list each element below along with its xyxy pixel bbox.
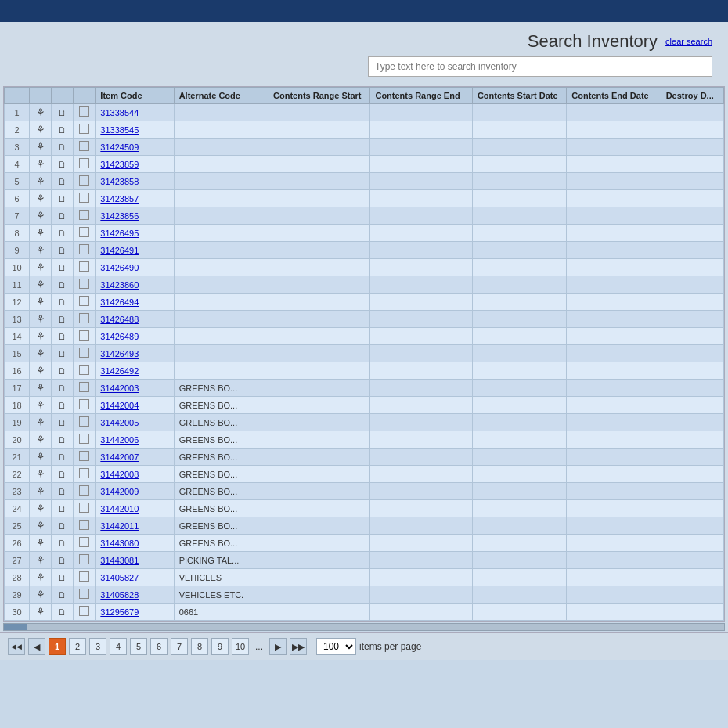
- item-code-cell[interactable]: 31423856: [96, 207, 174, 225]
- trident-icon[interactable]: ⚘: [30, 173, 52, 190]
- trident-icon[interactable]: ⚘: [30, 552, 52, 569]
- item-code-cell[interactable]: 31426488: [96, 311, 174, 328]
- document-icon[interactable]: 🗋: [52, 466, 74, 483]
- checkbox-icon[interactable]: [74, 156, 96, 173]
- item-code-link[interactable]: 31442007: [100, 452, 139, 462]
- trident-icon[interactable]: ⚘: [30, 569, 52, 586]
- item-code-link[interactable]: 31423860: [100, 280, 139, 290]
- checkbox-icon[interactable]: [74, 345, 96, 362]
- checkbox-icon[interactable]: [74, 517, 96, 535]
- item-code-link[interactable]: 31443080: [100, 539, 139, 548]
- trident-icon[interactable]: ⚘: [30, 345, 52, 362]
- checkbox-icon[interactable]: [74, 207, 96, 225]
- trident-icon[interactable]: ⚘: [30, 259, 52, 276]
- page-2-button[interactable]: 2: [69, 638, 86, 655]
- item-code-cell[interactable]: 31442006: [96, 431, 174, 449]
- document-icon[interactable]: 🗋: [52, 121, 74, 139]
- document-icon[interactable]: 🗋: [52, 207, 74, 225]
- document-icon[interactable]: 🗋: [52, 259, 74, 276]
- item-code-cell[interactable]: 31426495: [96, 225, 174, 242]
- checkbox-icon[interactable]: [74, 362, 96, 380]
- prev-page-button[interactable]: ◀: [28, 638, 45, 655]
- item-code-cell[interactable]: 31442008: [96, 466, 174, 483]
- item-code-cell[interactable]: 31295679: [96, 604, 174, 621]
- trident-icon[interactable]: ⚘: [30, 604, 52, 621]
- trident-icon[interactable]: ⚘: [30, 517, 52, 535]
- item-code-link[interactable]: 31423857: [100, 194, 139, 204]
- item-code-link[interactable]: 31442009: [100, 487, 139, 496]
- trident-icon[interactable]: ⚘: [30, 431, 52, 449]
- document-icon[interactable]: 🗋: [52, 190, 74, 207]
- checkbox-icon[interactable]: [74, 380, 96, 397]
- document-icon[interactable]: 🗋: [52, 604, 74, 621]
- document-icon[interactable]: 🗋: [52, 517, 74, 535]
- trident-icon[interactable]: ⚘: [30, 466, 52, 483]
- trident-icon[interactable]: ⚘: [30, 121, 52, 139]
- checkbox-icon[interactable]: [74, 139, 96, 156]
- checkbox-icon[interactable]: [74, 586, 96, 604]
- item-code-cell[interactable]: 31442004: [96, 397, 174, 414]
- item-code-link[interactable]: 31426490: [100, 263, 139, 272]
- item-code-cell[interactable]: 31426490: [96, 259, 174, 276]
- checkbox-icon[interactable]: [74, 242, 96, 259]
- item-code-link[interactable]: 31426492: [100, 366, 139, 376]
- trident-icon[interactable]: ⚘: [30, 328, 52, 345]
- checkbox-icon[interactable]: [74, 552, 96, 569]
- document-icon[interactable]: 🗋: [52, 414, 74, 431]
- item-code-cell[interactable]: 31442003: [96, 380, 174, 397]
- item-code-link[interactable]: 31426494: [100, 297, 139, 307]
- checkbox-icon[interactable]: [74, 449, 96, 466]
- document-icon[interactable]: 🗋: [52, 362, 74, 380]
- item-code-cell[interactable]: 31443080: [96, 535, 174, 552]
- item-code-link[interactable]: 31442005: [100, 418, 139, 427]
- trident-icon[interactable]: ⚘: [30, 104, 52, 121]
- checkbox-icon[interactable]: [74, 414, 96, 431]
- item-code-link[interactable]: 31405827: [100, 573, 139, 582]
- page-10-button[interactable]: 10: [232, 638, 249, 655]
- checkbox-icon[interactable]: [74, 190, 96, 207]
- trident-icon[interactable]: ⚘: [30, 397, 52, 414]
- item-code-cell[interactable]: 31426491: [96, 242, 174, 259]
- checkbox-icon[interactable]: [74, 276, 96, 294]
- trident-icon[interactable]: ⚘: [30, 311, 52, 328]
- horizontal-scrollbar[interactable]: [3, 622, 725, 632]
- item-code-cell[interactable]: 31423857: [96, 190, 174, 207]
- item-code-link[interactable]: 31426491: [100, 246, 139, 255]
- trident-icon[interactable]: ⚘: [30, 139, 52, 156]
- item-code-cell[interactable]: 31423859: [96, 156, 174, 173]
- checkbox-icon[interactable]: [74, 431, 96, 449]
- item-code-link[interactable]: 31442006: [100, 435, 139, 445]
- page-9-button[interactable]: 9: [211, 638, 229, 655]
- item-code-cell[interactable]: 31338544: [96, 104, 174, 121]
- item-code-cell[interactable]: 31338545: [96, 121, 174, 139]
- document-icon[interactable]: 🗋: [52, 311, 74, 328]
- item-code-cell[interactable]: 31442010: [96, 500, 174, 517]
- checkbox-icon[interactable]: [74, 569, 96, 586]
- clear-search-link[interactable]: clear search: [665, 37, 712, 46]
- trident-icon[interactable]: ⚘: [30, 414, 52, 431]
- page-6-button[interactable]: 6: [150, 638, 168, 655]
- trident-icon[interactable]: ⚘: [30, 535, 52, 552]
- item-code-link[interactable]: 31295679: [100, 607, 139, 617]
- trident-icon[interactable]: ⚘: [30, 190, 52, 207]
- trident-icon[interactable]: ⚘: [30, 449, 52, 466]
- item-code-link[interactable]: 31443081: [100, 556, 139, 565]
- item-code-link[interactable]: 31423856: [100, 211, 139, 221]
- document-icon[interactable]: 🗋: [52, 328, 74, 345]
- document-icon[interactable]: 🗋: [52, 173, 74, 190]
- document-icon[interactable]: 🗋: [52, 552, 74, 569]
- document-icon[interactable]: 🗋: [52, 586, 74, 604]
- trident-icon[interactable]: ⚘: [30, 242, 52, 259]
- item-code-cell[interactable]: 31442009: [96, 483, 174, 500]
- first-page-button[interactable]: ◀◀: [8, 638, 25, 655]
- checkbox-icon[interactable]: [74, 535, 96, 552]
- checkbox-icon[interactable]: [74, 604, 96, 621]
- item-code-link[interactable]: 31426488: [100, 315, 139, 324]
- item-code-link[interactable]: 31405828: [100, 590, 139, 600]
- document-icon[interactable]: 🗋: [52, 156, 74, 173]
- item-code-link[interactable]: 31423859: [100, 160, 139, 169]
- document-icon[interactable]: 🗋: [52, 104, 74, 121]
- checkbox-icon[interactable]: [74, 311, 96, 328]
- item-code-cell[interactable]: 31442011: [96, 517, 174, 535]
- document-icon[interactable]: 🗋: [52, 242, 74, 259]
